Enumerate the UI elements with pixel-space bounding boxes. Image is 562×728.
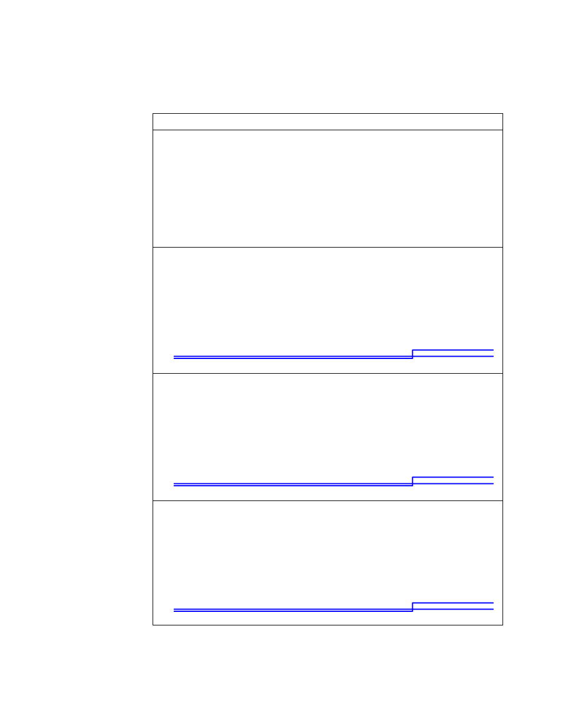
chart-container: [153, 113, 503, 625]
chart-panel-3: [153, 373, 504, 500]
chart-panel-1: [153, 130, 504, 247]
chart-panel-4: [153, 500, 504, 626]
chart-series-line: [174, 350, 493, 358]
chart-panel-2: [153, 247, 504, 373]
chart-series-line: [174, 603, 493, 611]
chart-series-line: [174, 477, 493, 486]
